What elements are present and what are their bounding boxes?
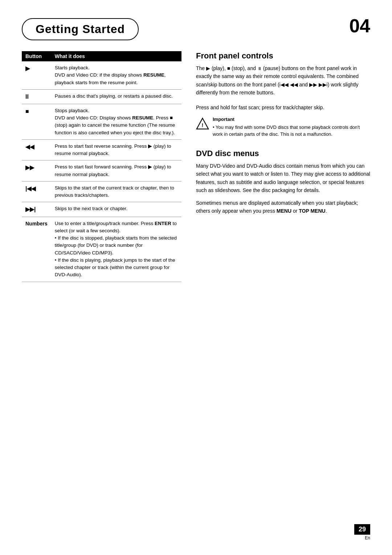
main-content: Button What it does ▶Starts playback.DVD… xyxy=(22,51,370,282)
dvd-menus-section: DVD disc menus Many DVD-Video and DVD-Au… xyxy=(196,149,370,215)
table-row: ▶▶|Skips to the next track or chapter. xyxy=(22,202,181,217)
table-row: NumbersUse to enter a title/group/track … xyxy=(22,217,181,282)
table-row: |◀◀Skips to the start of the current tra… xyxy=(22,181,181,202)
table-cell-description: Pauses a disc that's playing, or restart… xyxy=(51,89,181,104)
table-row: ◀◀Press to start fast reverse scanning. … xyxy=(22,139,181,160)
front-panel-section: Front panel controls The ▶ (play), ■ (st… xyxy=(196,51,370,97)
page-header: Getting Started 04 xyxy=(22,18,370,40)
important-content: Important • You may find with some DVD d… xyxy=(213,117,370,138)
svg-text:!: ! xyxy=(202,122,204,128)
left-column: Button What it does ▶Starts playback.DVD… xyxy=(22,51,181,282)
table-cell-description: Press to start fast reverse scanning. Pr… xyxy=(51,139,181,160)
dvd-menus-text2: Sometimes menus are displayed automatica… xyxy=(196,199,370,215)
table-cell-button: ▶ xyxy=(22,61,51,89)
table-cell-description: Stops playback.DVD and Video CD: Display… xyxy=(51,104,181,139)
dvd-menus-text1: Many DVD-Video and DVD-Audio discs conta… xyxy=(196,162,370,195)
table-cell-button: ▶▶ xyxy=(22,160,51,181)
col-whatitdoes-header: What it does xyxy=(51,51,181,61)
top-menu-bold: TOP MENU xyxy=(299,208,325,214)
col-button-header: Button xyxy=(22,51,51,61)
table-cell-button: ▶▶| xyxy=(22,202,51,217)
front-panel-title: Front panel controls xyxy=(196,51,370,61)
table-cell-description: Starts playback.DVD and Video CD: if the… xyxy=(51,61,181,89)
right-column: Front panel controls The ▶ (play), ■ (st… xyxy=(196,51,370,282)
important-text: • You may find with some DVD discs that … xyxy=(213,124,370,138)
table-cell-button: II xyxy=(22,89,51,104)
table-header-row: Button What it does xyxy=(22,51,181,61)
warning-icon: ! xyxy=(196,117,209,130)
chapter-number: 04 xyxy=(349,16,370,35)
lang-label: En xyxy=(365,535,370,540)
page-container: Getting Started 04 Button What it does ▶… xyxy=(0,0,392,555)
important-label: Important xyxy=(213,117,370,122)
page-number: 29 xyxy=(354,524,370,535)
table-cell-description: Use to enter a title/group/track number.… xyxy=(51,217,181,282)
table-cell-button: ■ xyxy=(22,104,51,139)
table-cell-button: ◀◀ xyxy=(22,139,51,160)
page-footer: 29 En xyxy=(354,524,370,540)
important-box: ! Important • You may find with some DVD… xyxy=(196,117,370,138)
page-title: Getting Started xyxy=(36,23,125,36)
table-row: ■Stops playback.DVD and Video CD: Displa… xyxy=(22,104,181,139)
table-row: ▶Starts playback.DVD and Video CD: if th… xyxy=(22,61,181,89)
dvd-menus-title: DVD disc menus xyxy=(196,149,370,158)
table-row: IIPauses a disc that's playing, or resta… xyxy=(22,89,181,104)
table-row: ▶▶Press to start fast forward scanning. … xyxy=(22,160,181,181)
title-box: Getting Started xyxy=(22,18,139,40)
table-cell-description: Skips to the start of the current track … xyxy=(51,181,181,202)
menu-bold: MENU xyxy=(277,208,291,214)
front-panel-text: The ▶ (play), ■ (stop), and ⏸ (pause) bu… xyxy=(196,64,370,97)
table-cell-description: Press to start fast forward scanning. Pr… xyxy=(51,160,181,181)
scan-skip-note: Press and hold for fast scan; press for … xyxy=(196,103,370,111)
table-cell-button: Numbers xyxy=(22,217,51,282)
controls-table: Button What it does ▶Starts playback.DVD… xyxy=(22,51,181,282)
table-cell-button: |◀◀ xyxy=(22,181,51,202)
table-cell-description: Skips to the next track or chapter. xyxy=(51,202,181,217)
